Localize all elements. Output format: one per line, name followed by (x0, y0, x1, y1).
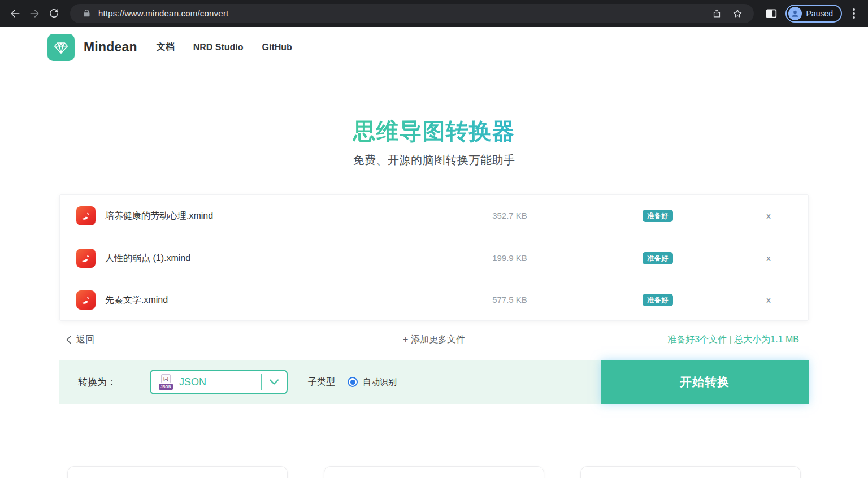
file-status: 准备好 (630, 237, 686, 279)
nav-item-docs[interactable]: 文档 (157, 41, 175, 53)
remove-file-button[interactable]: x (756, 237, 781, 279)
nav-item-nrd-studio[interactable]: NRD Studio (193, 42, 244, 53)
subtype-label: 子类型 (308, 376, 335, 388)
file-size: 352.7 KB (465, 195, 555, 237)
file-size: 577.5 KB (465, 279, 555, 321)
start-convert-button[interactable]: 开始转换 (601, 360, 809, 404)
info-card (67, 466, 288, 478)
json-file-icon: {..} JSON (159, 374, 173, 390)
browser-toolbar: https://www.mindean.com/convert Paused (0, 0, 868, 27)
bookmark-star-icon[interactable] (729, 5, 746, 22)
lock-icon (78, 5, 95, 22)
profile-paused-button[interactable]: Paused (785, 5, 842, 23)
browser-window: https://www.mindean.com/convert Paused (0, 0, 868, 478)
file-name: 培养健康的劳动心理.xmind (105, 195, 213, 237)
subtype-auto-radio[interactable]: 自动识别 (348, 377, 397, 388)
xmind-file-icon (76, 290, 96, 310)
file-row: 先秦文学.xmind 577.5 KB 准备好 x (60, 279, 808, 320)
files-summary: 准备好3个文件 | 总大小为1.1 MB (667, 334, 799, 346)
file-name: 人性的弱点 (1).xmind (105, 237, 190, 279)
xmind-file-icon (76, 249, 96, 268)
convert-to-label: 转换为： (78, 376, 116, 389)
menu-dots-icon[interactable] (845, 4, 862, 23)
status-badge: 准备好 (643, 210, 673, 222)
file-row: 人性的弱点 (1).xmind 199.9 KB 准备好 x (60, 237, 808, 279)
forward-icon[interactable] (25, 4, 44, 23)
format-select-dropdown[interactable]: {..} JSON JSON (150, 370, 288, 394)
file-list: 培养健康的劳动心理.xmind 352.7 KB 准备好 x 人性的弱点 (1)… (59, 194, 809, 321)
info-card (580, 466, 801, 478)
status-badge: 准备好 (643, 252, 673, 264)
share-icon[interactable] (709, 5, 726, 22)
nav-item-github[interactable]: GitHub (262, 42, 292, 53)
subtype-option-label: 自动识别 (363, 377, 397, 388)
json-icon-tag: JSON (159, 384, 173, 390)
brand-name[interactable]: Mindean (84, 40, 137, 55)
url-text[interactable]: https://www.mindean.com/convert (98, 8, 709, 18)
info-cards-row (59, 466, 809, 478)
xmind-file-icon (76, 206, 96, 225)
file-name: 先秦文学.xmind (105, 279, 168, 321)
file-row: 培养健康的劳动心理.xmind 352.7 KB 准备好 x (60, 195, 808, 237)
status-badge: 准备好 (643, 294, 673, 306)
page-title: 思维导图转换器 (353, 116, 515, 147)
profile-status-label: Paused (806, 9, 833, 18)
page-subtitle: 免费、开源的脑图转换万能助手 (0, 153, 868, 168)
address-bar[interactable]: https://www.mindean.com/convert (70, 4, 754, 23)
hero-section: 思维导图转换器 免费、开源的脑图转换万能助手 (0, 116, 868, 168)
remove-file-button[interactable]: x (756, 279, 781, 321)
file-size: 199.9 KB (465, 237, 555, 279)
file-status: 准备好 (630, 195, 686, 237)
mindean-logo-icon[interactable] (47, 34, 75, 61)
back-icon[interactable] (6, 4, 25, 23)
main-nav: 文档 NRD Studio GitHub (157, 41, 292, 53)
reload-icon[interactable] (44, 4, 63, 23)
chevron-down-icon[interactable] (262, 379, 287, 385)
radio-selected-icon (348, 377, 358, 387)
remove-file-button[interactable]: x (756, 195, 781, 237)
selected-format-value: JSON (179, 376, 261, 388)
json-icon-braces: {..} (161, 374, 171, 383)
site-header: Mindean 文档 NRD Studio GitHub (0, 27, 868, 68)
profile-avatar-icon (788, 7, 802, 20)
info-card (324, 466, 544, 478)
convert-bar: 转换为： {..} JSON JSON 子类型 自动识别 开始转换 (59, 360, 809, 404)
side-panel-icon[interactable] (762, 4, 781, 23)
file-status: 准备好 (630, 279, 686, 321)
list-actions: 返回 + 添加更多文件 准备好3个文件 | 总大小为1.1 MB (59, 334, 809, 349)
